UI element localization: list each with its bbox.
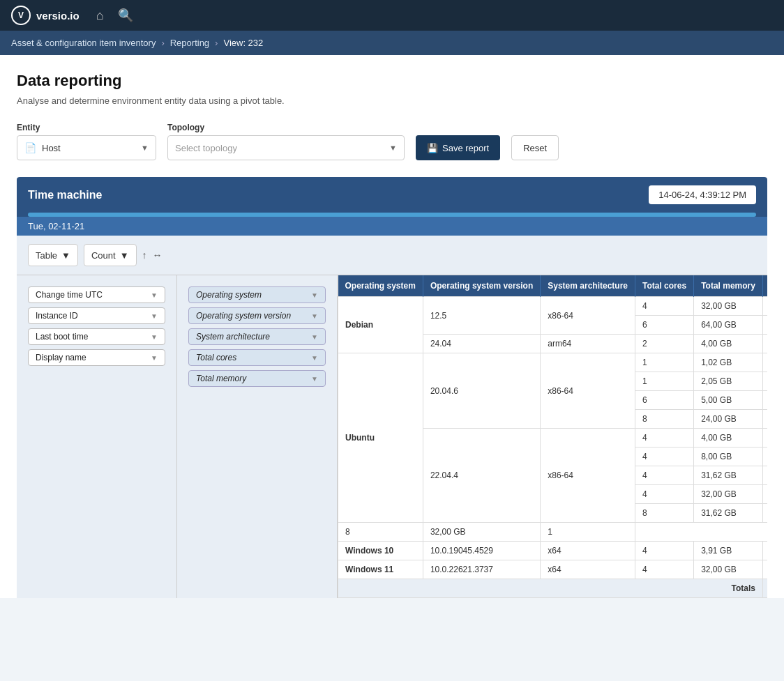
time-machine-date: Tue, 02-11-21 — [17, 217, 767, 236]
topology-group: Topology Select topology ▼ — [167, 123, 405, 160]
cell-total-1j: 1 — [762, 504, 767, 523]
cell-mem-32gb-4: 32,00 GB — [694, 560, 763, 579]
logo-icon: V — [11, 6, 31, 25]
cell-ver-24-04: 24.04 — [423, 335, 540, 353]
row-chip-instance-id[interactable]: Instance ID ▼ — [28, 307, 165, 324]
cell-mem-5gb: 5,00 GB — [694, 391, 763, 410]
col-chip-os-version[interactable]: Operating system version ▼ — [188, 307, 326, 324]
cell-total-1l: 1 — [762, 542, 767, 560]
breadcrumb-item-reporting[interactable]: Reporting — [170, 38, 209, 48]
time-machine-header: Time machine 14-06-24, 4:39:12 PM — [17, 177, 767, 213]
cell-mem-3162gb-b: 31,62 GB — [694, 504, 763, 523]
time-machine-datetime[interactable]: 14-06-24, 4:39:12 PM — [649, 185, 756, 204]
cell-cores-4e: 4 — [635, 485, 694, 504]
cell-cores-6: 6 — [635, 316, 694, 335]
cell-cores-4f: 4 — [635, 542, 694, 560]
metric-select[interactable]: Count ▼ — [84, 244, 137, 266]
cell-mem-102gb: 1,02 GB — [694, 353, 763, 372]
pivot-layout: Change time UTC ▼ Instance ID ▼ Last boo… — [17, 275, 767, 598]
entity-dropdown-arrow: ▼ — [141, 144, 149, 152]
cell-total-1d: 1 — [762, 372, 767, 391]
cell-total-2: 2 — [762, 316, 767, 335]
cell-cores-4: 4 — [635, 297, 694, 316]
cell-total-1e: 1 — [762, 391, 767, 410]
cell-ver-win10: 10.0.19045.4529 — [423, 542, 540, 560]
cell-cores-4g: 4 — [635, 560, 694, 579]
cell-mem-32gb-3: 32,00 GB — [423, 523, 540, 542]
cell-cores-1: 1 — [635, 353, 694, 372]
cell-ver-20046: 20.04.6 — [423, 353, 540, 429]
entity-label: Entity — [17, 123, 156, 132]
totals-label: Totals — [338, 579, 763, 598]
th-system-architecture: System architecture — [541, 275, 635, 297]
cell-mem-3162gb: 31,62 GB — [694, 466, 763, 485]
entity-value: Host — [42, 143, 61, 153]
search-icon[interactable]: 🔍 — [118, 8, 133, 23]
th-total-memory: Total memory — [694, 275, 763, 297]
th-total-cores: Total cores — [635, 275, 694, 297]
cell-total-1h: 1 — [762, 466, 767, 485]
cell-mem-24gb: 24,00 GB — [694, 410, 763, 429]
pivot-columns-area: Operating system ▼ Operating system vers… — [177, 275, 338, 598]
topology-dropdown-arrow: ▼ — [389, 144, 397, 152]
row-chip-last-boot-time[interactable]: Last boot time ▼ — [28, 328, 165, 345]
table-row: Windows 11 10.0.22621.3737 x64 4 32,00 G… — [338, 560, 768, 579]
cell-cores-2: 2 — [635, 335, 694, 353]
cell-total-1k: 1 — [541, 523, 635, 542]
topology-placeholder: Select topology — [175, 143, 237, 153]
col-chip-total-cores[interactable]: Total cores ▼ — [188, 349, 326, 366]
cell-cores-6b: 6 — [635, 391, 694, 410]
cell-cores-8c: 8 — [338, 523, 423, 542]
th-totals: Totals — [762, 275, 767, 297]
cell-arch-x64-win10: x64 — [541, 542, 635, 560]
col-chip-operating-system[interactable]: Operating system ▼ — [188, 286, 326, 303]
table-row: 8 32,00 GB 1 — [338, 523, 768, 542]
cell-os-win11: Windows 11 — [338, 560, 423, 579]
entity-select[interactable]: 📄 Host ▼ — [17, 135, 156, 160]
table-row: Debian 12.5 x86-64 4 32,00 GB 1 — [338, 297, 768, 316]
table-row: Windows 10 10.0.19045.4529 x64 4 3,91 GB… — [338, 542, 768, 560]
breadcrumb-sep-1: › — [161, 38, 164, 48]
pivot-table-area: Operating system Operating system versio… — [338, 275, 767, 598]
time-machine-title: Time machine — [28, 189, 102, 201]
topology-select[interactable]: Select topology ▼ — [167, 135, 405, 160]
cell-cores-4b: 4 — [635, 429, 694, 447]
cell-ver-win11: 10.0.22621.3737 — [423, 560, 540, 579]
view-type-select[interactable]: Table ▼ — [28, 244, 78, 266]
sort-up-icon[interactable]: ↑ — [142, 250, 147, 261]
cell-mem-8gb: 8,00 GB — [694, 447, 763, 466]
main-content: Data reporting Analyse and determine env… — [0, 55, 784, 598]
expand-icon[interactable]: ↔ — [153, 250, 163, 261]
row-chip-change-time-utc[interactable]: Change time UTC ▼ — [28, 286, 165, 303]
cell-cores-4c: 4 — [635, 447, 694, 466]
metric-arrow: ▼ — [120, 250, 129, 261]
cell-arch-x86-64-ubuntu-2046: x86-64 — [541, 353, 635, 429]
entity-icon: 📄 — [24, 142, 36, 153]
logo[interactable]: V versio.io — [11, 6, 80, 25]
cell-cores-1b: 1 — [635, 372, 694, 391]
cell-total-1c: 1 — [762, 353, 767, 372]
breadcrumb-item-view[interactable]: View: 232 — [223, 38, 263, 48]
cell-total-1g: 1 — [762, 429, 767, 447]
save-report-button[interactable]: 💾 Save report — [416, 135, 500, 160]
time-machine: Time machine 14-06-24, 4:39:12 PM Tue, 0… — [17, 177, 767, 236]
home-icon[interactable]: ⌂ — [96, 8, 104, 23]
page-title: Data reporting — [17, 72, 767, 90]
cell-ver-12-5: 12.5 — [423, 297, 540, 335]
reset-button[interactable]: Reset — [511, 135, 559, 160]
cell-ver-22044: 22.04.4 — [423, 429, 540, 523]
cell-mem-205gb: 2,05 GB — [694, 372, 763, 391]
cell-total-5: 5 — [762, 447, 767, 466]
view-type-arrow: ▼ — [61, 250, 70, 261]
cell-total-1b: 1 — [762, 335, 767, 353]
col-chip-system-architecture[interactable]: System architecture ▼ — [188, 328, 326, 345]
table-row: Ubuntu 20.04.6 x86-64 1 1,02 GB 1 — [338, 353, 768, 372]
col-chip-total-memory[interactable]: Total memory ▼ — [188, 370, 326, 387]
cell-mem-391gb: 3,91 GB — [694, 542, 763, 560]
metric-value: Count — [91, 250, 116, 261]
breadcrumb-item-inventory[interactable]: Asset & configuration item inventory — [11, 38, 156, 48]
cell-mem-4gb: 4,00 GB — [694, 335, 763, 353]
row-chip-display-name[interactable]: Display name ▼ — [28, 349, 165, 366]
breadcrumb-sep-2: › — [215, 38, 218, 48]
table-totals-row: Totals 20 — [338, 579, 768, 598]
